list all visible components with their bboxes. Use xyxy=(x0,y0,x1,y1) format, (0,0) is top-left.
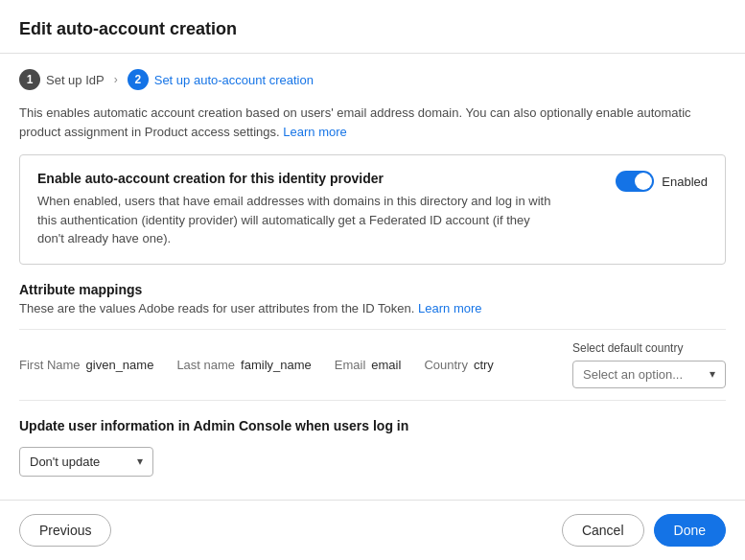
info-text: This enables automatic account creation … xyxy=(19,104,726,141)
page-title: Edit auto-account creation xyxy=(19,19,726,39)
toggle-group: Enabled xyxy=(616,171,708,192)
cancel-button[interactable]: Cancel xyxy=(562,514,644,547)
attr-learn-more-link[interactable]: Learn more xyxy=(418,301,481,315)
update-chevron-icon: ▾ xyxy=(137,455,143,468)
enable-toggle[interactable] xyxy=(616,171,654,192)
update-section: Update user information in Admin Console… xyxy=(19,418,726,477)
default-country-group: Select default country Select an option.… xyxy=(572,341,726,388)
select-country-text: Select an option... xyxy=(583,367,683,382)
attr-field-label: First Name xyxy=(19,358,81,372)
info-learn-more-link[interactable]: Learn more xyxy=(283,125,346,139)
title-divider xyxy=(0,53,745,54)
previous-button[interactable]: Previous xyxy=(19,514,111,547)
done-button[interactable]: Done xyxy=(654,514,726,547)
chevron-down-icon: ▾ xyxy=(710,367,715,381)
select-country-dropdown[interactable]: Select an option... ▾ xyxy=(572,361,726,388)
attr-field-label: Last name xyxy=(176,358,235,372)
step-1-circle: 1 xyxy=(19,69,40,90)
attr-field-value: email xyxy=(371,358,401,372)
attribute-mappings-subtitle: These are the values Adobe reads for use… xyxy=(19,301,726,315)
update-dropdown[interactable]: Don't update ▾ xyxy=(19,447,153,477)
toggle-label: Enabled xyxy=(662,175,708,189)
attr-field-label: Email xyxy=(335,358,366,372)
attr-item: Emailemail xyxy=(335,358,402,372)
update-section-title: Update user information in Admin Console… xyxy=(19,418,726,433)
attribute-mappings-title: Attribute mappings xyxy=(19,282,726,297)
step-1: 1 Set up IdP xyxy=(19,69,105,90)
enable-card-title: Enable auto-account creation for this id… xyxy=(37,171,555,186)
attr-field-value: family_name xyxy=(241,358,312,372)
step-2-circle: 2 xyxy=(128,69,149,90)
footer-right: Cancel Done xyxy=(562,514,726,547)
attribute-mappings-section: Attribute mappings These are the values … xyxy=(19,282,726,477)
attribute-row: First Namegiven_nameLast namefamily_name… xyxy=(19,329,726,401)
step-2: 2 Set up auto-account creation xyxy=(128,69,314,90)
attr-field-label: Country xyxy=(424,358,468,372)
step-2-label: Set up auto-account creation xyxy=(154,73,314,87)
attr-fields: First Namegiven_nameLast namefamily_name… xyxy=(19,358,494,372)
attr-item: First Namegiven_name xyxy=(19,358,153,372)
step-arrow: › xyxy=(114,73,118,86)
attr-item: Last namefamily_name xyxy=(176,358,311,372)
stepper: 1 Set up IdP › 2 Set up auto-account cre… xyxy=(19,69,726,90)
footer: Previous Cancel Done xyxy=(0,500,745,560)
enable-card: Enable auto-account creation for this id… xyxy=(19,154,726,265)
enable-card-body: When enabled, users that have email addr… xyxy=(37,192,555,248)
step-1-label: Set up IdP xyxy=(46,73,105,87)
attr-field-value: given_name xyxy=(86,358,154,372)
default-country-label: Select default country xyxy=(572,341,683,355)
attr-item: Countryctry xyxy=(424,358,493,372)
update-select-text: Don't update xyxy=(30,455,100,469)
attr-field-value: ctry xyxy=(474,358,494,372)
